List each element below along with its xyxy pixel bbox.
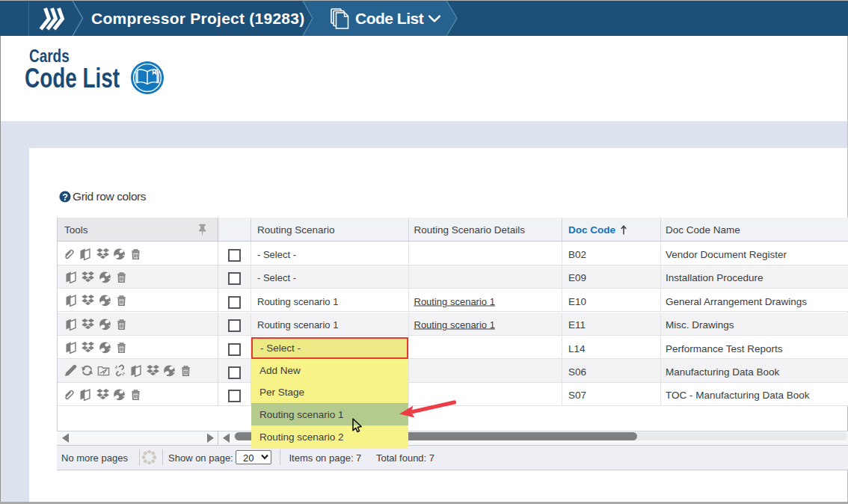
svg-text:?: ? [62,192,68,203]
